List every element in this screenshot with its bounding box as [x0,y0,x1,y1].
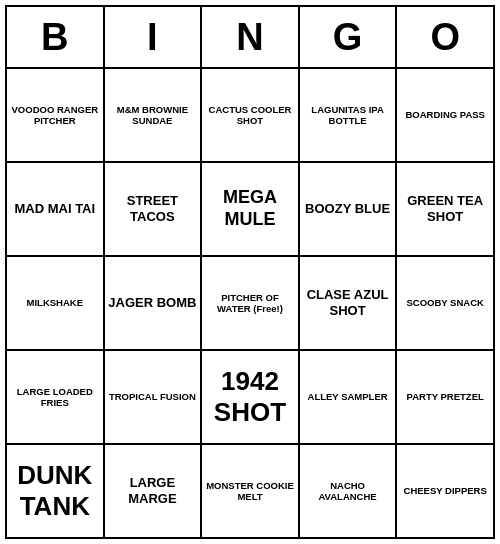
bingo-cell-2-3: CLASE AZUL SHOT [300,257,398,349]
bingo-cell-0-4: BOARDING PASS [397,69,493,161]
bingo-cell-4-1: LARGE MARGE [105,445,203,537]
bingo-row-0: VOODOO RANGER PITCHERM&M BROWNIE SUNDAEC… [7,69,493,163]
bingo-cell-1-1: STREET TACOS [105,163,203,255]
bingo-card: BINGO VOODOO RANGER PITCHERM&M BROWNIE S… [5,5,495,539]
bingo-cell-0-3: LAGUNITAS IPA BOTTLE [300,69,398,161]
bingo-cell-3-3: ALLEY SAMPLER [300,351,398,443]
bingo-cell-1-4: GREEN TEA SHOT [397,163,493,255]
header-letter-i: I [105,7,203,67]
bingo-row-3: LARGE LOADED FRIESTROPICAL FUSION1942 SH… [7,351,493,445]
header-letter-o: O [397,7,493,67]
bingo-row-2: MILKSHAKEJAGER BOMBPITCHER OF WATER (Fre… [7,257,493,351]
bingo-cell-2-1: JAGER BOMB [105,257,203,349]
bingo-cell-0-0: VOODOO RANGER PITCHER [7,69,105,161]
bingo-cell-3-0: LARGE LOADED FRIES [7,351,105,443]
bingo-row-1: MAD MAI TAISTREET TACOSMEGA MULEBOOZY BL… [7,163,493,257]
bingo-cell-0-2: CACTUS COOLER SHOT [202,69,300,161]
header-letter-g: G [300,7,398,67]
bingo-cell-3-2: 1942 SHOT [202,351,300,443]
bingo-cell-4-3: NACHO AVALANCHE [300,445,398,537]
bingo-row-4: DUNK TANKLARGE MARGEMONSTER COOKIE MELTN… [7,445,493,537]
bingo-cell-2-4: SCOOBY SNACK [397,257,493,349]
bingo-cell-1-2: MEGA MULE [202,163,300,255]
bingo-cell-2-2: PITCHER OF WATER (Free!) [202,257,300,349]
bingo-cell-0-1: M&M BROWNIE SUNDAE [105,69,203,161]
bingo-cell-4-0: DUNK TANK [7,445,105,537]
header-letter-n: N [202,7,300,67]
bingo-cell-2-0: MILKSHAKE [7,257,105,349]
bingo-cell-3-1: TROPICAL FUSION [105,351,203,443]
bingo-cell-4-2: MONSTER COOKIE MELT [202,445,300,537]
bingo-cell-1-3: BOOZY BLUE [300,163,398,255]
bingo-grid: VOODOO RANGER PITCHERM&M BROWNIE SUNDAEC… [7,69,493,537]
bingo-header: BINGO [7,7,493,69]
header-letter-b: B [7,7,105,67]
bingo-cell-1-0: MAD MAI TAI [7,163,105,255]
bingo-cell-3-4: PARTY PRETZEL [397,351,493,443]
bingo-cell-4-4: CHEESY DIPPERS [397,445,493,537]
